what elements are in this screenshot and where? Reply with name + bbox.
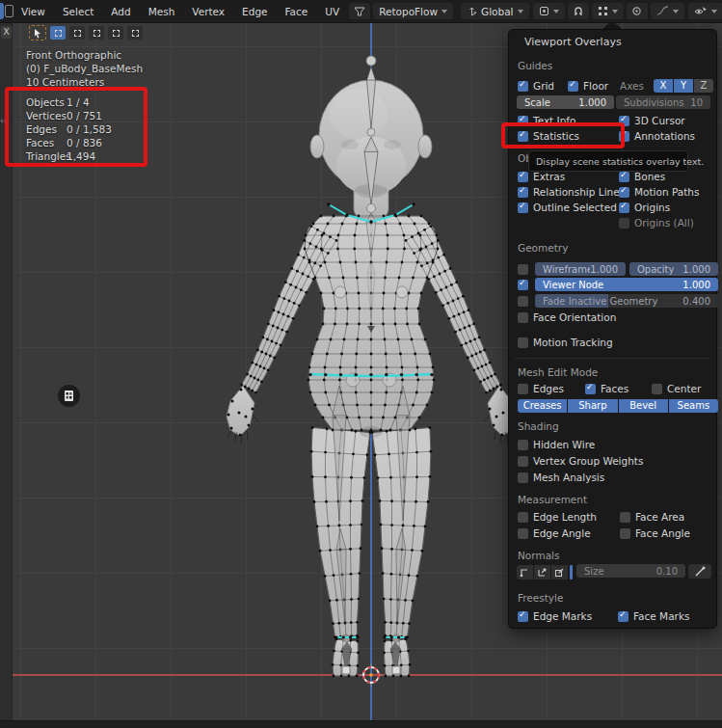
checkbox[interactable] bbox=[518, 384, 528, 394]
split-normals-button[interactable] bbox=[534, 565, 550, 580]
motion-paths-checkbox-row[interactable]: Motion Paths bbox=[619, 184, 699, 200]
motion-tracking-checkbox-row[interactable]: Motion Tracking bbox=[518, 335, 613, 350]
retopoflow-dropdown[interactable]: RetopoFlow bbox=[373, 3, 453, 19]
checkbox[interactable] bbox=[652, 384, 662, 394]
edge-marks-checkbox-row[interactable]: Edge Marks bbox=[518, 608, 592, 624]
select-mode-extend-button[interactable] bbox=[69, 26, 85, 40]
face-area-checkbox-row[interactable]: Face Area bbox=[620, 509, 684, 525]
3d-cursor-checkbox-row[interactable]: 3D Cursor bbox=[619, 113, 685, 128]
checkbox[interactable] bbox=[620, 512, 630, 523]
checkbox[interactable] bbox=[518, 456, 528, 467]
checkbox[interactable] bbox=[518, 172, 528, 182]
checkbox[interactable] bbox=[568, 81, 578, 92]
faces-checkbox-row[interactable]: Faces bbox=[585, 381, 628, 396]
wireframe-slider[interactable]: Wireframe1.000 bbox=[535, 262, 626, 276]
grid-checkbox-row[interactable]: Grid bbox=[518, 78, 554, 94]
hidden-wire-checkbox-row[interactable]: Hidden Wire bbox=[518, 437, 595, 452]
section-normals: Normals bbox=[518, 550, 559, 561]
menu-view[interactable]: View bbox=[13, 6, 54, 17]
snap-settings-dropdown[interactable] bbox=[592, 3, 624, 19]
close-region-button[interactable]: X bbox=[1, 26, 12, 39]
clip-marker-icon[interactable] bbox=[58, 385, 80, 407]
active-tool-tweak-button[interactable] bbox=[29, 25, 46, 40]
axis-y-toggle[interactable]: Y bbox=[674, 79, 693, 93]
mesh-analysis-checkbox-row[interactable]: Mesh Analysis bbox=[518, 470, 604, 485]
checkbox[interactable] bbox=[619, 218, 629, 229]
checkbox[interactable] bbox=[619, 202, 629, 213]
face-normals-button[interactable] bbox=[551, 565, 568, 580]
relationship-lines-checkbox-row[interactable]: Relationship Lines bbox=[518, 184, 625, 200]
origins-all-checkbox-row[interactable]: Origins (All) bbox=[619, 215, 694, 230]
annotations-checkbox-row[interactable]: Annotations bbox=[619, 128, 695, 144]
menu-select[interactable]: Select bbox=[54, 6, 102, 17]
menu-add[interactable]: Add bbox=[102, 6, 139, 17]
checkbox[interactable] bbox=[518, 202, 528, 213]
fade-inactive-slider[interactable]: Fade Inactive Geometry0.400 bbox=[535, 294, 718, 308]
snap-toggle[interactable] bbox=[568, 3, 589, 19]
menu-edge[interactable]: Edge bbox=[233, 6, 276, 17]
transform-orientation-dropdown[interactable]: Global bbox=[461, 3, 529, 19]
origins-checkbox-row[interactable]: Origins bbox=[619, 200, 670, 215]
wireframe-checkbox[interactable] bbox=[518, 261, 528, 277]
edge-length-checkbox-row[interactable]: Edge Length bbox=[518, 509, 597, 525]
editor-type-corner[interactable] bbox=[0, 0, 13, 23]
menu-mesh[interactable]: Mesh bbox=[140, 6, 184, 17]
checkbox[interactable] bbox=[518, 512, 528, 523]
proportional-editing-toggle[interactable] bbox=[627, 3, 648, 19]
face-marks-checkbox-row[interactable]: Face Marks bbox=[618, 608, 689, 624]
vertex-normals-button[interactable] bbox=[517, 565, 533, 580]
normals-constant-size-button[interactable] bbox=[688, 564, 711, 579]
checkbox[interactable] bbox=[619, 172, 629, 182]
select-mode-new-button[interactable] bbox=[50, 26, 66, 40]
checkbox[interactable] bbox=[620, 528, 630, 539]
seams-toggle[interactable]: Seams bbox=[669, 399, 718, 413]
section-measurement: Measurement bbox=[518, 494, 587, 505]
face-angle-checkbox-row[interactable]: Face Angle bbox=[620, 526, 690, 541]
menu-uv[interactable]: UV bbox=[316, 6, 348, 17]
checkbox[interactable] bbox=[618, 611, 628, 622]
grid-scale-slider[interactable]: Scale1.000 bbox=[517, 95, 614, 109]
viewer-node-checkbox[interactable] bbox=[518, 277, 528, 292]
retopoflow-icon[interactable] bbox=[349, 3, 370, 19]
checkbox[interactable] bbox=[518, 296, 528, 307]
viewer-node-slider[interactable]: Viewer Node1.000 bbox=[535, 278, 718, 291]
menu-face[interactable]: Face bbox=[277, 6, 317, 17]
normals-size-slider[interactable]: Size0.10 bbox=[576, 564, 685, 578]
proportional-falloff-dropdown[interactable] bbox=[651, 3, 684, 19]
axis-z-toggle[interactable]: Z bbox=[694, 79, 713, 93]
checkbox[interactable] bbox=[518, 187, 528, 198]
checkbox[interactable] bbox=[585, 384, 596, 394]
chevron-down-icon bbox=[612, 10, 618, 13]
checkbox[interactable] bbox=[518, 472, 528, 483]
opacity-slider[interactable]: Opacity1.000 bbox=[629, 262, 718, 276]
face-orientation-checkbox-row[interactable]: Face Orientation bbox=[518, 310, 616, 325]
section-shading: Shading bbox=[518, 420, 559, 432]
floor-checkbox-row[interactable]: Floor bbox=[568, 78, 608, 94]
checkbox[interactable] bbox=[518, 264, 528, 275]
checkbox[interactable] bbox=[518, 312, 528, 323]
select-mode-intersect-button[interactable] bbox=[127, 26, 143, 40]
center-checkbox-row[interactable]: Center bbox=[652, 381, 701, 396]
checkbox[interactable] bbox=[518, 611, 528, 622]
outline-selected-checkbox-row[interactable]: Outline Selected bbox=[518, 200, 617, 215]
edges-checkbox-row[interactable]: Edges bbox=[518, 381, 564, 396]
select-mode-subtract-button[interactable] bbox=[89, 26, 104, 40]
vertex-group-weights-checkbox-row[interactable]: Vertex Group Weights bbox=[518, 453, 643, 469]
object-visibility-dropdown[interactable] bbox=[688, 3, 722, 19]
checkbox[interactable] bbox=[518, 280, 528, 290]
fade-inactive-checkbox[interactable] bbox=[518, 293, 528, 309]
creases-toggle[interactable]: Creases bbox=[518, 399, 567, 413]
bevel-toggle[interactable]: Bevel bbox=[619, 399, 668, 413]
menu-vertex[interactable]: Vertex bbox=[183, 6, 233, 17]
checkbox[interactable] bbox=[518, 528, 528, 539]
select-mode-invert-button[interactable] bbox=[108, 26, 123, 40]
grid-subdivisions-slider[interactable]: Subdivisions10 bbox=[616, 95, 710, 109]
checkbox[interactable] bbox=[518, 440, 528, 450]
checkbox[interactable] bbox=[619, 187, 629, 198]
checkbox[interactable] bbox=[518, 337, 528, 348]
axis-x-toggle[interactable]: X bbox=[654, 79, 673, 93]
sharp-toggle[interactable]: Sharp bbox=[568, 399, 617, 413]
pivot-point-dropdown[interactable] bbox=[533, 3, 565, 19]
edge-angle-checkbox-row[interactable]: Edge Angle bbox=[518, 526, 591, 541]
checkbox[interactable] bbox=[518, 81, 528, 92]
